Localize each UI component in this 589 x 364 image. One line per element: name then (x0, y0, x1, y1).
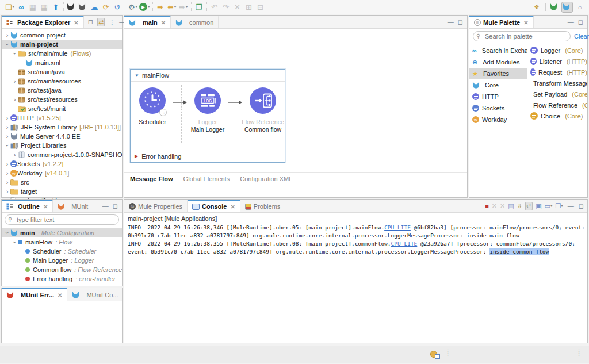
tree-item[interactable]: main.xml (2, 58, 122, 67)
expander-icon[interactable]: › (4, 41, 11, 48)
palette-item[interactable]: Logger(Core) (527, 45, 587, 56)
palette-category-add-modules[interactable]: ⊕Add Modules (469, 56, 527, 68)
undo-button[interactable]: ↶ (209, 2, 220, 12)
tree-item[interactable]: Main Logger: Logger (2, 256, 122, 265)
tree-item[interactable]: ›JRE System Library[JRE [11.0.13]] (2, 122, 122, 132)
tab-package-explorer[interactable]: Package Explorer ✕ (2, 16, 84, 28)
tree-item[interactable]: src/test/java (2, 86, 122, 95)
tree-item[interactable]: ›target (2, 187, 122, 196)
scroll-lock-button[interactable]: ⇩ (517, 202, 522, 210)
flow-node-logger[interactable]: LOGLoggerMain Logger (188, 87, 228, 133)
editor-tab-main[interactable]: main ✕ (124, 16, 171, 28)
collapse-flow-icon[interactable]: ▼ (135, 73, 139, 78)
tree-item[interactable]: src/main/java (2, 67, 122, 76)
tree-item[interactable]: Error handling: error-handler (2, 274, 122, 283)
tree-item[interactable]: ›main: Mule Configuration (2, 228, 122, 237)
forward-button[interactable]: ➡▾ (178, 2, 189, 12)
api-perspective-button[interactable]: ⌂ (574, 2, 586, 13)
mule-perspective-button[interactable] (561, 2, 573, 13)
tab-console[interactable]: Console ✕ (188, 200, 240, 212)
palette-item[interactable]: Request(HTTP) (527, 67, 587, 78)
tab-message-flow[interactable]: Message Flow (130, 175, 173, 182)
close-icon[interactable]: ✕ (58, 292, 62, 298)
link-with-editor-icon[interactable]: ⇄ (97, 18, 105, 26)
minimize-icon[interactable]: — (102, 202, 109, 209)
expander-icon[interactable]: › (12, 78, 18, 85)
display-selected-console-button[interactable]: ▭▾ (545, 202, 553, 210)
redo-button[interactable]: ↷ (221, 2, 231, 12)
minimize-icon[interactable]: — (568, 202, 574, 209)
background-jobs-icon[interactable] (430, 350, 443, 360)
tree-item[interactable]: ›Project Libraries (2, 141, 122, 150)
tree-item[interactable]: ›src (2, 178, 122, 187)
tree-item[interactable]: ›src/test/resources (2, 95, 122, 104)
flow-node-scheduler[interactable]: →Scheduler (132, 87, 173, 126)
palette-search-input[interactable] (473, 31, 571, 41)
pin-console-button[interactable]: ▣ (536, 202, 541, 210)
tab-problems[interactable]: Problems (240, 200, 285, 212)
console-output[interactable]: main-project [Mule Applications] INFO 20… (124, 213, 587, 340)
expander-icon[interactable]: › (4, 160, 10, 167)
open-perspective-button[interactable]: ❖ (531, 2, 542, 13)
palette-category-http[interactable]: HTTP (469, 91, 527, 102)
palette-category-search-in-exchange-[interactable]: ∞Search in Exchange.. (469, 45, 527, 56)
debug-button[interactable]: ⚙▾ (128, 2, 138, 12)
expander-icon[interactable]: › (12, 96, 18, 103)
back-button[interactable]: ⬅▾ (167, 2, 177, 12)
sync-button[interactable]: ⟳ (101, 2, 111, 12)
palette-category-workday[interactable]: wWorkday (469, 114, 527, 125)
view-menu-icon[interactable]: ⋮ (109, 18, 115, 26)
palette-item[interactable]: Transform Message(Core) (527, 78, 587, 89)
expander-icon[interactable]: › (12, 151, 18, 158)
tab-munit-coverage[interactable]: MUnit Co... (67, 288, 123, 301)
palette-category-favorites[interactable]: ★Favorites (469, 68, 527, 79)
expander-icon[interactable]: › (4, 124, 10, 131)
maximize-icon[interactable]: ◻ (113, 202, 118, 210)
tab-munit-errors[interactable]: MUnit Err... ✕ (2, 288, 67, 301)
word-wrap-button[interactable]: ↵ (525, 202, 533, 210)
new-wizard-button[interactable]: ❏▾ (5, 2, 15, 12)
trim-handle[interactable]: ⋮⋮ (445, 350, 450, 355)
close-icon[interactable]: ✕ (523, 20, 528, 26)
close-icon[interactable]: ✕ (43, 204, 48, 210)
show-console-on-output-button[interactable]: ▤ (508, 202, 514, 210)
save-all-button[interactable]: ▦ (39, 2, 49, 12)
tree-item[interactable]: ›common-project (2, 30, 122, 40)
collapse-all-button[interactable]: ⊟ (255, 2, 266, 12)
console-link[interactable]: CPU_LITE (384, 224, 411, 231)
tree-item[interactable]: ›Mule Server 4.4.0 EE (2, 132, 122, 141)
tree-item[interactable]: ›mainFlow: Flow (2, 237, 122, 247)
delete-button[interactable]: ✕ (232, 2, 243, 12)
collapse-all-icon[interactable]: ⊟ (88, 18, 93, 26)
expander-icon[interactable]: › (12, 239, 18, 246)
trim-handle[interactable]: ⋮⋮ (576, 350, 582, 355)
tab-configuration-xml[interactable]: Configuration XML (240, 175, 292, 182)
expander-icon[interactable]: › (4, 230, 11, 236)
maximize-icon[interactable]: ◻ (579, 202, 584, 210)
maximize-icon[interactable]: ◻ (458, 18, 463, 26)
publish-to-exchange-button[interactable]: ⬆ (51, 2, 61, 12)
palette-item[interactable]: Set Payload(Core) (527, 89, 587, 99)
tab-outline[interactable]: Outline ✕ (2, 200, 53, 212)
expand-all-button[interactable]: ⊞ (244, 2, 254, 12)
open-new-window-button[interactable]: ❐ (194, 2, 204, 12)
outline-filter-input[interactable] (5, 214, 119, 225)
import-project-button[interactable] (78, 2, 88, 12)
close-icon[interactable]: ✕ (161, 20, 166, 26)
last-edit-location-button[interactable]: ➡ (155, 2, 166, 12)
expander-icon[interactable]: › (12, 51, 18, 57)
save-button[interactable]: ▦ (28, 2, 38, 12)
palette-item[interactable]: Listener(HTTP) (527, 56, 587, 67)
maximize-icon[interactable]: ◻ (578, 18, 583, 26)
tree-item[interactable]: ›src/main/mule(Flows) (2, 49, 122, 58)
flow-header[interactable]: ▼ mainFlow (131, 70, 285, 82)
expander-icon[interactable]: › (4, 179, 10, 186)
close-icon[interactable]: ✕ (230, 204, 235, 210)
tab-mule-palette[interactable]: ≡ Mule Palette ✕ (469, 16, 534, 28)
palette-category-sockets[interactable]: Sockets (469, 102, 527, 114)
tree-item[interactable]: ›common-project-1.0.0-SNAPSHOT (2, 150, 122, 159)
tree-item[interactable]: ›src/main/resources (2, 76, 122, 86)
run-button[interactable]: ▶▾ (139, 2, 150, 12)
tab-mule-properties[interactable]: ◎ Mule Properties (124, 200, 188, 212)
tree-item[interactable]: src/test/munit (2, 104, 122, 113)
